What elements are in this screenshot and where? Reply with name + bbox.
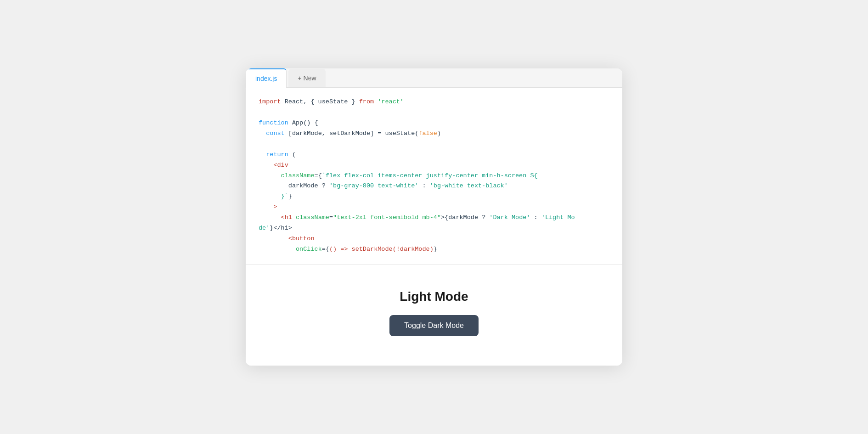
code-line-3: function App() { [259, 118, 609, 129]
tab-inactive-label: + New [298, 74, 316, 82]
toggle-dark-mode-button[interactable]: Toggle Dark Mode [389, 315, 479, 336]
code-line-10: }`} [259, 192, 609, 202]
editor-window: index.js + New import React, { useState … [246, 68, 622, 366]
code-line-12: <h1 className="text-2xl font-semibold mb… [259, 213, 609, 223]
code-blank-2 [259, 139, 609, 150]
code-panel: import React, { useState } from 'react' … [246, 88, 622, 265]
tab-index-js[interactable]: index.js [246, 68, 287, 88]
code-line-7: <div [259, 160, 609, 171]
preview-panel: Light Mode Toggle Dark Mode [246, 265, 622, 366]
code-line-6: return ( [259, 150, 609, 160]
code-blank-1 [259, 107, 609, 118]
code-line-11: > [259, 202, 609, 213]
tab-active-label: index.js [255, 75, 277, 82]
code-line-15: onClick={() => setDarkMode(!darkMode)} [259, 244, 609, 255]
tab-bar: index.js + New [246, 68, 622, 88]
tab-new[interactable]: + New [288, 69, 325, 87]
code-line-14: <button [259, 234, 609, 244]
code-line-8: className={`flex flex-col items-center j… [259, 171, 609, 181]
code-line-13: de'}</h1> [259, 223, 609, 234]
preview-title: Light Mode [400, 289, 468, 304]
code-line-4: const [darkMode, setDarkMode] = useState… [259, 129, 609, 139]
code-line-9: darkMode ? 'bg-gray-800 text-white' : 'b… [259, 181, 609, 192]
keyword-import: import [259, 98, 281, 105]
code-line-1: import React, { useState } from 'react' [259, 97, 609, 107]
